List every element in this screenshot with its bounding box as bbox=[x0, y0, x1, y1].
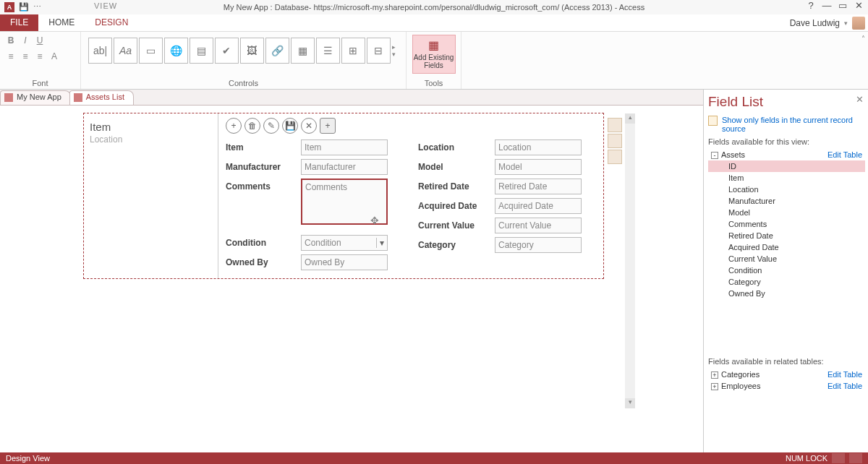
label-acquired-date: Acquired Date bbox=[418, 201, 477, 211]
field-current-value[interactable]: Current Value bbox=[495, 218, 582, 233]
field-item[interactable]: Item bbox=[301, 139, 388, 155]
chevron-down-icon: ▾ bbox=[844, 20, 848, 27]
related-table-name: Categories bbox=[721, 370, 760, 379]
view-datasheet-button[interactable] bbox=[832, 453, 845, 463]
align-right-button[interactable]: ≡ bbox=[33, 51, 46, 64]
control-textbox-button[interactable]: ab| bbox=[88, 38, 112, 64]
help-icon[interactable]: ? bbox=[803, 0, 819, 13]
field-leaf-owned-by[interactable]: Owned By bbox=[708, 288, 865, 299]
doctab-assets-list[interactable]: Assets List bbox=[69, 90, 134, 105]
field-leaf-manufacturer[interactable]: Manufacturer bbox=[708, 195, 865, 207]
status-view-label: Design View bbox=[6, 454, 50, 463]
control-autocomplete-button[interactable]: ⊟ bbox=[367, 38, 391, 64]
add-record-button[interactable]: + bbox=[226, 118, 242, 134]
actions-button[interactable] bbox=[608, 150, 622, 164]
panel-close-icon[interactable]: ✕ bbox=[856, 94, 864, 105]
field-condition[interactable]: Condition bbox=[301, 235, 388, 251]
bold-button[interactable]: B bbox=[4, 35, 17, 48]
field-leaf-item[interactable]: Item bbox=[708, 172, 865, 184]
scroll-down-icon[interactable]: ▾ bbox=[625, 398, 635, 408]
form-canvas[interactable]: Item Location + 🗑 ✎ 💾 ✕ + Item Item Manu… bbox=[83, 113, 604, 279]
underline-button[interactable]: U bbox=[33, 35, 46, 48]
save-icon[interactable]: 💾 bbox=[19, 2, 29, 12]
expand-icon[interactable]: + bbox=[711, 383, 718, 390]
label-owned-by: Owned By bbox=[226, 257, 268, 267]
doctab-my-new-app[interactable]: My New App bbox=[0, 90, 71, 105]
sidebar-title: Item bbox=[90, 121, 212, 133]
sidebar-subtitle: Location bbox=[90, 134, 212, 145]
collapse-icon[interactable]: - bbox=[711, 152, 718, 159]
field-retired-date[interactable]: Retired Date bbox=[495, 179, 582, 194]
align-left-button[interactable]: ≡ bbox=[4, 51, 17, 64]
control-subform-button[interactable]: ▦ bbox=[291, 38, 315, 64]
window-title: My New App : Database- https://microsoft… bbox=[0, 3, 868, 12]
ribbon-group-font-label: Font bbox=[4, 79, 76, 87]
control-label-button[interactable]: Aa bbox=[114, 38, 137, 64]
italic-button[interactable]: I bbox=[19, 35, 32, 48]
control-multiline-button[interactable]: ☰ bbox=[316, 38, 340, 64]
edit-record-button[interactable]: ✎ bbox=[263, 118, 279, 134]
field-leaf-acquired-date[interactable]: Acquired Date bbox=[708, 241, 865, 253]
show-only-fields-link[interactable]: Show only fields in the current record s… bbox=[708, 116, 865, 133]
field-leaf-id[interactable]: ID bbox=[708, 160, 865, 172]
field-location[interactable]: Location bbox=[495, 139, 582, 155]
controls-more-icon[interactable]: ▸▾ bbox=[392, 43, 399, 58]
save-record-button[interactable]: 💾 bbox=[282, 118, 298, 134]
qa-more-icon[interactable]: ⋯ bbox=[33, 2, 43, 12]
field-leaf-category[interactable]: Category bbox=[708, 276, 865, 288]
vertical-scrollbar[interactable]: ▴ ▾ bbox=[625, 113, 635, 408]
collapse-ribbon-icon[interactable]: ˄ bbox=[861, 35, 865, 43]
field-acquired-date[interactable]: Acquired Date bbox=[495, 198, 582, 214]
move-cursor-icon: ✥ bbox=[370, 215, 379, 226]
label-current-value: Current Value bbox=[418, 220, 475, 231]
control-relateditems-button[interactable]: ⊞ bbox=[341, 38, 365, 64]
scroll-up-icon[interactable]: ▴ bbox=[625, 113, 635, 124]
field-leaf-comments[interactable]: Comments bbox=[708, 218, 865, 230]
control-webbrowser-button[interactable]: 🌐 bbox=[164, 38, 188, 64]
close-icon[interactable]: ✕ bbox=[851, 0, 867, 13]
form-icon bbox=[74, 93, 82, 102]
edit-table-link[interactable]: Edit Table bbox=[827, 150, 862, 159]
edit-table-link[interactable]: Edit Table bbox=[827, 382, 862, 390]
field-leaf-condition[interactable]: Condition bbox=[708, 265, 865, 276]
field-category[interactable]: Category bbox=[495, 237, 582, 253]
status-bar: Design View NUM LOCK bbox=[0, 452, 868, 464]
related-employees-row[interactable]: +Employees Edit Table bbox=[708, 380, 865, 392]
control-combobox-button[interactable]: ▤ bbox=[190, 38, 213, 64]
control-checkbox-button[interactable]: ✔ bbox=[215, 38, 239, 64]
tab-design[interactable]: DESIGN bbox=[85, 14, 138, 31]
view-design-button[interactable] bbox=[849, 453, 862, 463]
user-account[interactable]: Dave Ludwig ▾ bbox=[790, 17, 865, 30]
related-categories-row[interactable]: +Categories Edit Table bbox=[708, 369, 865, 380]
tab-home[interactable]: HOME bbox=[38, 14, 85, 31]
formatting-button[interactable] bbox=[608, 134, 622, 148]
field-manufacturer[interactable]: Manufacturer bbox=[301, 159, 388, 175]
align-center-button[interactable]: ≡ bbox=[19, 51, 32, 64]
field-owned-by[interactable]: Owned By bbox=[301, 254, 388, 270]
control-image-button[interactable]: 🖼 bbox=[240, 38, 264, 64]
font-color-button[interactable]: A bbox=[48, 51, 61, 64]
tree-table-header[interactable]: -Assets Edit Table bbox=[708, 149, 865, 160]
field-leaf-retired-date[interactable]: Retired Date bbox=[708, 230, 865, 241]
data-button[interactable] bbox=[608, 118, 622, 132]
cancel-record-button[interactable]: ✕ bbox=[301, 118, 317, 134]
field-leaf-current-value[interactable]: Current Value bbox=[708, 253, 865, 265]
edit-table-link[interactable]: Edit Table bbox=[827, 370, 862, 379]
minimize-icon[interactable]: — bbox=[819, 0, 835, 13]
restore-icon[interactable]: ▭ bbox=[835, 0, 851, 13]
expand-icon[interactable]: + bbox=[711, 371, 718, 379]
ribbon: ˄ B I U ≡ ≡ ≡ A Font ab| Aa ▭ 🌐 ▤ ✔ 🖼 bbox=[0, 32, 868, 90]
ribbon-group-tools-label: Tools bbox=[411, 79, 456, 87]
field-model[interactable]: Model bbox=[495, 159, 582, 175]
add-action-button[interactable]: + bbox=[320, 118, 336, 134]
user-avatar[interactable] bbox=[852, 17, 865, 30]
control-button-button[interactable]: ▭ bbox=[139, 38, 163, 64]
control-hyperlink-button[interactable]: 🔗 bbox=[265, 38, 289, 64]
related-table-name: Employees bbox=[721, 382, 760, 390]
delete-record-button[interactable]: 🗑 bbox=[244, 118, 260, 134]
field-leaf-location[interactable]: Location bbox=[708, 184, 865, 195]
tab-file[interactable]: FILE bbox=[0, 14, 38, 31]
field-leaf-model[interactable]: Model bbox=[708, 207, 865, 218]
app-icon[interactable]: A bbox=[4, 2, 14, 12]
add-existing-fields-button[interactable]: ▦ Add Existing Fields bbox=[412, 35, 456, 74]
